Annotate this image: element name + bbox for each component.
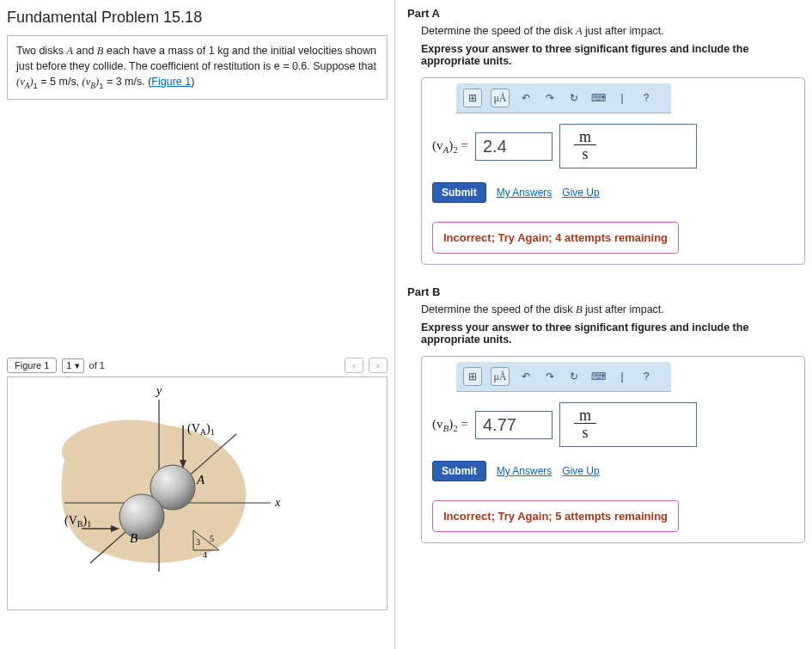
redo-icon[interactable]: ↷ <box>542 369 558 384</box>
part-b-value-input[interactable] <box>475 411 553 439</box>
units-mu-icon[interactable]: μÅ <box>491 367 510 386</box>
help-icon[interactable]: ? <box>638 90 654 106</box>
part-b-submit-button[interactable]: Submit <box>432 461 486 481</box>
part-a-lhs: (vA)2 = <box>432 138 468 155</box>
svg-point-4 <box>119 494 164 539</box>
text: . ( <box>142 76 151 88</box>
vA-label: (VA)1 <box>187 422 215 437</box>
part-b-answer-panel: ⊞ μÅ ↶ ↷ ↻ ⌨ | ? (vB)2 = <box>421 356 805 543</box>
disk-A-label: A <box>196 473 205 487</box>
part-b-give-up-link[interactable]: Give Up <box>562 465 599 477</box>
tri-3: 3 <box>196 537 200 547</box>
part-b: Part B Determine the speed of the disk B… <box>407 285 805 543</box>
part-a-feedback: Incorrect; Try Again; 4 attempts remaini… <box>432 222 679 254</box>
units-mu-icon[interactable]: μÅ <box>491 89 510 107</box>
disk-B-label: B <box>130 531 137 545</box>
part-a-title: Part A <box>407 7 805 20</box>
part-a-give-up-link[interactable]: Give Up <box>562 187 599 199</box>
templates-icon[interactable]: ⊞ <box>463 89 482 107</box>
figure-link[interactable]: Figure 1 <box>151 76 191 88</box>
unit-numerator: m <box>574 407 596 424</box>
reset-icon[interactable]: ↻ <box>566 90 582 106</box>
separator: | <box>614 90 630 106</box>
unit-denominator: s <box>577 145 593 164</box>
part-a: Part A Determine the speed of the disk A… <box>407 7 805 265</box>
figure-next-button[interactable]: › <box>369 358 388 373</box>
part-a-toolbar: ⊞ μÅ ↶ ↷ ↻ ⌨ | ? <box>456 83 671 113</box>
part-a-instructions: Express your answer to three significant… <box>421 43 805 67</box>
figure-selector[interactable]: 1 ▾ <box>62 358 83 373</box>
part-a-prompt: Determine the speed of the disk A just a… <box>421 25 805 38</box>
unit-numerator: m <box>574 129 596 145</box>
tri-5: 5 <box>210 534 214 543</box>
templates-icon[interactable]: ⊞ <box>463 367 482 386</box>
unit-denominator: s <box>577 424 593 443</box>
sym: (v <box>82 76 91 88</box>
undo-icon[interactable]: ↶ <box>518 90 534 106</box>
separator: | <box>614 369 630 384</box>
keyboard-icon[interactable]: ⌨ <box>590 369 606 384</box>
part-b-feedback: Incorrect; Try Again; 5 attempts remaini… <box>432 500 679 532</box>
part-b-toolbar: ⊞ μÅ ↶ ↷ ↻ ⌨ | ? <box>456 362 671 392</box>
keyboard-icon[interactable]: ⌨ <box>590 90 606 106</box>
part-b-prompt: Determine the speed of the disk B just a… <box>421 303 805 316</box>
part-b-title: Part B <box>407 285 805 298</box>
part-a-unit-box[interactable]: m s <box>559 124 697 168</box>
figure-nav: Figure 1 1 ▾ of 1 ‹ › <box>7 358 388 373</box>
part-a-submit-button[interactable]: Submit <box>432 182 486 203</box>
part-a-answer-panel: ⊞ μÅ ↶ ↷ ↻ ⌨ | ? (vA)2 = <box>421 77 805 265</box>
figure-of-text: of 1 <box>89 360 105 370</box>
text: , <box>76 76 82 88</box>
var-A: A <box>66 45 73 57</box>
problem-statement: Two disks A and B each have a mass of 1 … <box>7 35 388 100</box>
redo-icon[interactable]: ↷ <box>542 90 558 106</box>
text: = 5 m/s <box>38 76 76 88</box>
part-a-my-answers-link[interactable]: My Answers <box>497 187 553 199</box>
text: = 3 m/s <box>103 76 142 88</box>
text: ) <box>191 76 194 88</box>
help-icon[interactable]: ? <box>638 369 654 384</box>
axis-x-label: x <box>274 496 281 509</box>
part-b-lhs: (vB)2 = <box>432 417 468 433</box>
page-title: Fundamental Problem 15.18 <box>7 9 388 27</box>
figure-image: y x A B (VA)1 (VB)1 3 4 5 <box>7 377 388 610</box>
text: and <box>73 45 97 57</box>
part-a-value-input[interactable] <box>475 132 553 161</box>
tri-4: 4 <box>203 550 207 560</box>
undo-icon[interactable]: ↶ <box>518 369 534 384</box>
text: Two disks <box>16 45 66 57</box>
figure-label-button[interactable]: Figure 1 <box>7 358 57 373</box>
figure-prev-button[interactable]: ‹ <box>345 358 363 373</box>
axis-y-label: y <box>155 384 162 397</box>
part-b-my-answers-link[interactable]: My Answers <box>497 465 553 477</box>
part-b-unit-box[interactable]: m s <box>559 402 697 447</box>
sym: (v <box>16 76 25 88</box>
part-b-instructions: Express your answer to three significant… <box>421 321 805 346</box>
reset-icon[interactable]: ↻ <box>566 369 582 384</box>
